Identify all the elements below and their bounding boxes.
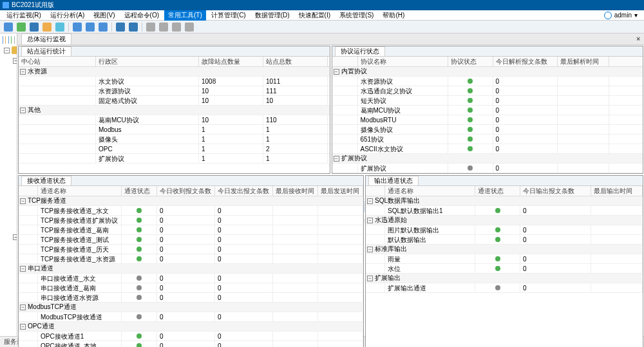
tool-7[interactable] [86,23,95,32]
table-row[interactable]: TCP服务接收通道_葛南00 [19,225,363,235]
table-group[interactable]: −扩展协议 [332,154,643,164]
expand-icon[interactable]: − [13,58,17,64]
status-dot [468,108,473,113]
panel2-tab[interactable]: 协议运行状态 [335,46,385,56]
table-row[interactable]: OPC接收通道_本地00 [19,341,363,347]
table-group[interactable]: −水资源 [19,67,330,77]
tool-8[interactable] [99,23,108,32]
status-dot [137,343,142,348]
table-row[interactable]: 图片默认数据输出0 [366,225,643,235]
tool-2[interactable] [17,23,26,32]
main-tab[interactable]: 总体运行监视 [21,33,71,44]
tool-3[interactable] [30,23,39,32]
tool-10[interactable] [129,23,138,32]
menu-item[interactable]: 运行分析(A) [46,10,88,21]
status-dot [137,227,142,232]
status-dot [495,256,500,261]
table-row[interactable]: 雨量0 [366,254,643,264]
table-row[interactable]: 摄像头11 [19,135,330,144]
menu-item[interactable]: 数据管理(D) [251,10,294,21]
status-dot [495,237,500,242]
table-row[interactable]: 水资源协议10111 [19,86,330,96]
menu-item[interactable]: 快速配置(I) [295,10,334,21]
table-row[interactable]: 串口接收通道_葛南00 [19,283,363,293]
table-group[interactable]: −TCP服务通道 [19,196,363,206]
table-group[interactable]: −ModbusTCP通道 [19,303,363,312]
table-row[interactable]: TCP服务接收通道_水文00 [19,206,363,216]
tool-13[interactable] [172,23,181,32]
status-dot [137,285,142,290]
table-row[interactable]: TCP服务接收通道_水资源00 [19,254,363,264]
menu-item[interactable]: 计算管理(C) [207,10,250,21]
menu-item[interactable]: 运行监视(R) [3,10,45,21]
table-row[interactable]: 短天协议0 [332,96,643,106]
table-row[interactable]: 固定格式协议1010 [19,96,330,106]
status-dot [468,88,473,93]
table-group[interactable]: −SQL数据库输出 [366,196,643,206]
table-group[interactable]: −水迅通原始 [366,216,643,225]
table-group[interactable]: −扩展输出 [366,274,643,283]
table-row[interactable]: 水位0 [366,264,643,274]
panel1-tab[interactable]: 站点运行统计 [21,46,71,56]
table-row[interactable]: OPC12 [19,144,330,154]
app-title: BC2021试用版 [12,1,54,10]
table-row[interactable]: Modbus11 [19,125,330,135]
table-group[interactable]: −标准库输出 [366,245,643,254]
table-row[interactable]: 串口接收通道_水文00 [19,274,363,283]
tool-6[interactable] [73,23,82,32]
tool-4[interactable] [43,23,52,32]
menu-item[interactable]: 远程命令(O) [120,10,163,21]
table-group[interactable]: −OPC通道 [19,322,363,332]
user-button[interactable]: admin ▾ [600,12,641,19]
tree-node[interactable]: −协议 [12,55,15,66]
panel-protocol-status: 协议运行状态 协议名称协议状态今日解析报文条数最后解析时间−内置协议水资源协议0… [332,46,644,174]
tool-5[interactable] [55,23,64,32]
tree-node[interactable]: −接收通道 [12,232,15,242]
status-dot [137,218,142,223]
tool-14[interactable] [185,23,194,32]
tree-root[interactable]: −采集系统架构 [3,45,15,55]
status-dot [495,285,500,290]
tree[interactable]: −采集系统架构−协议−SL651_2014651协议−SL651_2014_AS… [1,45,15,336]
status-dot [468,79,473,84]
table-row[interactable]: 水资源协议0 [332,77,643,86]
menu-item[interactable]: 帮助(H) [379,10,408,21]
table-row[interactable]: 扩展协议11 [19,154,330,164]
table-row[interactable]: SQL默认数据输出10 [366,206,643,216]
table-row[interactable]: 串口接收通道水资源00 [19,293,363,303]
table-row[interactable]: 水迅通自定义协议0 [332,86,643,96]
panel3-tab[interactable]: 接收通道状态 [21,176,71,185]
menu-item[interactable]: 视图(V) [90,10,118,21]
table-row[interactable]: TCP服务接收通道_历天00 [19,245,363,254]
table-row[interactable]: 651协议0 [332,135,643,144]
table-row[interactable]: 摄像头协议0 [332,125,643,135]
table-row[interactable]: OPC接收通道100 [19,332,363,341]
tool-11[interactable] [146,23,155,32]
menu-item[interactable]: 系统管理(S) [336,10,377,21]
expand-icon[interactable]: − [13,234,17,240]
table-row[interactable]: 扩展协议0 [332,164,643,173]
table-header: 协议名称协议状态今日解析报文条数最后解析时间 [332,57,643,67]
status-dot [137,314,142,319]
table-group[interactable]: −内置协议 [332,67,643,77]
tool-9[interactable] [116,23,125,32]
close-icon[interactable]: × [636,35,640,42]
status-dot [137,276,142,281]
tool-1[interactable] [4,23,13,32]
table-row[interactable]: 葛南MCU协议10110 [19,115,330,125]
panel4-tab[interactable]: 输出通道状态 [368,176,419,185]
table-row[interactable]: 扩展输出通道0 [366,283,643,293]
titlebar: BC2021试用版 [0,0,644,10]
table-row[interactable]: 水文协议10081011 [19,77,330,86]
table-row[interactable]: TCP服务接收通道_测试00 [19,235,363,245]
table-row[interactable]: ASCII水文协议0 [332,144,643,154]
table-row[interactable]: TCP服务接收通道扩展协议00 [19,216,363,225]
table-row[interactable]: 葛南MCU协议0 [332,106,643,115]
table-row[interactable]: ModbusRTU0 [332,115,643,125]
table-group[interactable]: −其他 [19,106,330,115]
table-group[interactable]: −串口通道 [19,264,363,274]
table-row[interactable]: ModbusTCP接收通道00 [19,312,363,322]
tool-12[interactable] [159,23,168,32]
menu-item[interactable]: 常用工具(T) [164,10,206,21]
table-row[interactable]: 默认数据输出0 [366,235,643,245]
